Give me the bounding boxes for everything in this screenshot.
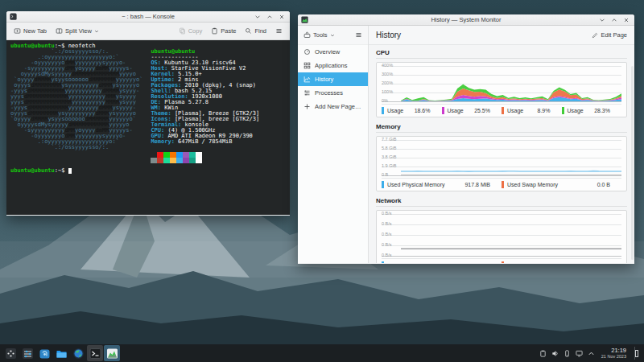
neofetch-output: `.:/ossyyyysso/:. .:oyyyyyyyyyyyyyyyyyyo… [10,49,286,163]
cpu-chart-card: 400%300%200%100%0% Usage18.6%Usage25.5%U… [376,62,627,117]
split-view-button[interactable]: Split View [52,26,102,36]
legend-value: 18.6% [415,108,442,113]
close-icon[interactable] [279,14,285,20]
pencil-icon [592,32,598,39]
sysmon-sidebar: Tools OverviewApplicationsHistoryProcess… [298,26,369,263]
memory-legend: Used Physical Memory917.8 MiBUsed Swap M… [382,178,621,188]
history-icon [303,76,311,83]
minimize-icon[interactable] [599,17,605,23]
toolbox-icon [303,31,311,39]
legend-item: Used Swap Memory0.0 B [502,181,621,188]
legend-value: 25.5% [474,108,502,113]
display-icon[interactable] [576,350,583,357]
sidebar-hamburger-button[interactable] [353,30,364,40]
legend-value: 8.9% [538,108,562,113]
new-tab-button[interactable]: New Tab [10,26,50,36]
legend-item: Usage8.9% [502,107,562,114]
tools-button[interactable]: Tools [302,30,336,40]
paste-label: Paste [221,27,236,35]
legend-value: 28.3% [594,108,621,113]
search-icon [245,27,252,35]
konsole-titlebar[interactable]: ~ : bash — Konsole [6,11,290,23]
paste-button[interactable]: Paste [208,26,239,36]
minimize-icon[interactable] [254,14,261,20]
sidebar-item-applications[interactable]: Applications [298,59,368,72]
y-axis-tick-label: 0 B/s [382,211,392,216]
edit-page-button[interactable]: Edit Page [592,31,627,39]
sidebar-item-label: Overview [315,48,340,56]
legend-label: Used Swap Memory [507,182,558,187]
sidebar-item-add[interactable]: Add New Page… [298,100,368,113]
sidebar-item-label: History [315,76,333,83]
y-axis-tick-label: 0 B/s [382,242,392,247]
y-axis-tick-label: 7.7 GiB [382,137,396,142]
legend-color-bar [442,107,444,114]
sidebar-toolbar: Tools [298,26,368,45]
taskbar-icon-konsole[interactable] [87,345,103,361]
clipboard-icon[interactable] [539,350,547,357]
network-chart-card: 0 B/s0 B/s0 B/s0 B/s0 B/s Download RateU… [376,210,627,263]
prompt-suffix: :~$ [55,167,68,174]
applications-icon [303,62,311,69]
maximize-icon[interactable] [266,14,273,20]
legend-value: 917.8 MiB [464,182,502,187]
legend-value: 0.0 B [597,182,621,187]
digital-clock[interactable]: 21:19 21 Nov 2023 [601,348,626,359]
cpu-section: CPU 400%300%200%100%0% Usage18.6%Usage25… [376,49,627,117]
memory-section: Memory 7.7 GiB5.8 GiB3.8 GiB1.9 GiB0 B U… [376,123,627,191]
taskbar-icon-discover[interactable] [36,345,52,361]
caret-up-icon[interactable] [588,350,595,357]
terminal-area[interactable]: ubuntu@ubuntu:~$ neofetch `.:/ossyyyysso… [6,40,290,215]
copy-button[interactable]: Copy [175,26,206,36]
legend-label: Usage [507,108,523,113]
volume-icon[interactable] [551,350,559,357]
close-icon[interactable] [623,17,630,23]
legend-label: Used Physical Memory [387,182,445,187]
copy-icon [179,27,186,35]
taskbar-icon-dolphin[interactable] [53,345,69,361]
legend-item: Usage25.5% [442,107,502,114]
legend-color-bar [562,107,564,114]
system-monitor-icon [106,348,118,360]
tools-label: Tools [313,31,328,39]
sysmon-titlebar[interactable]: History — System Monitor [298,14,634,26]
sidebar-item-history[interactable]: History [298,72,368,86]
memory-section-title: Memory [376,123,627,133]
ascii-art-logo: `.:/ossyyyysso/:. .:oyyyyyyyyyyyyyyyyyyo… [10,49,142,163]
media-player-icon[interactable] [564,350,571,357]
konsole-title: ~ : bash — Konsole [6,13,290,20]
hamburger-icon [355,31,362,39]
new-tab-icon [14,27,21,35]
hamburger-menu-button[interactable] [272,26,286,36]
clock-date: 21 Nov 2023 [601,355,626,360]
sidebar-item-label: Applications [315,62,347,69]
desktop: ~ : bash — Konsole New Tab Split View Co… [0,0,644,362]
y-axis-tick-label: 0 B [382,172,388,177]
y-axis-tick-label: 5.8 GiB [382,146,396,150]
show-desktop-button[interactable] [634,347,638,360]
y-axis-tick-label: 3.8 GiB [382,154,396,159]
taskbar-icon-browser[interactable] [70,345,86,361]
legend-label: Download Rate [387,262,426,263]
legend-label: Usage [568,108,584,113]
taskbar-icon-app-launcher[interactable] [2,345,19,361]
taskbar-icon-system-monitor[interactable] [104,345,120,361]
network-legend: Download RateUpload Rate [382,258,621,263]
terminal-color-palette-row2 [151,158,259,163]
find-button[interactable]: Find [242,26,270,36]
vertical-scrollbar[interactable] [631,66,634,260]
konsole-icon [89,348,101,360]
page-title: History [376,31,401,39]
system-settings-icon [22,348,34,360]
taskbar-icon-system-settings[interactable] [19,345,35,361]
chevron-down-icon [94,29,99,34]
legend-item: Usage18.6% [382,107,442,114]
sidebar-item-processes[interactable]: Processes [298,86,368,100]
konsole-toolbar: New Tab Split View Copy Paste Find [6,23,290,40]
neofetch-info: ubuntu@ubuntu--------------OS: Kubuntu 2… [151,49,259,163]
maximize-icon[interactable] [611,17,617,23]
sidebar-item-overview[interactable]: Overview [298,45,368,59]
split-view-icon [56,27,63,35]
network-chart: 0 B/s0 B/s0 B/s0 B/s0 B/s [382,214,621,256]
info-line: Memory: 647MiB / 7854MiB [151,139,259,145]
